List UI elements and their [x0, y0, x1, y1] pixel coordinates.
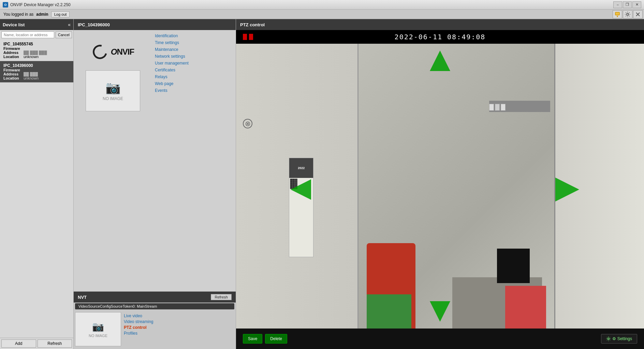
device-location: Location unknown — [3, 76, 70, 80]
nvt-links: Live video Video streaming PTZ control P… — [124, 312, 153, 346]
title-bar-left: O ONVIF Device Manager v2.2.250 — [3, 2, 71, 8]
svg-point-4 — [608, 338, 610, 340]
stream-token-bar: VideoSourceConfigSourceToken0: MainStrea… — [75, 303, 234, 309]
ptz-settings-button[interactable]: ⚙ Settings — [601, 334, 637, 344]
search-input[interactable] — [1, 31, 54, 38]
nvt-no-image-text: NO IMAGE — [89, 334, 107, 338]
add-device-button[interactable]: Add — [1, 339, 36, 348]
nav-maintenance[interactable]: Maintenance — [153, 46, 234, 53]
device-item[interactable]: IPC_104396000 Firmware Address ██ ███ Lo… — [0, 61, 73, 83]
username-label: admin — [36, 12, 48, 17]
device-firmware: Firmware — [3, 46, 70, 51]
nvt-title: NVT — [78, 295, 87, 300]
nav-identification[interactable]: Identification — [153, 33, 234, 39]
onvif-logo: ONVIF — [92, 44, 134, 60]
device-content: ONVIF 📷 NO IMAGE Identification Time set… — [74, 30, 236, 291]
timestamp: 2022-06-11 08:49:08 — [395, 33, 486, 41]
scene-monitor — [497, 249, 530, 283]
device-list: IPC_104555745 Firmware Address ██ ███ ██… — [0, 40, 73, 338]
close-icon[interactable] — [633, 10, 643, 18]
device-name: IPC_104396000 — [3, 63, 70, 68]
calendar-year: 2022 — [289, 158, 313, 178]
settings-gear-icon — [606, 336, 611, 341]
scene-red-boxes — [505, 286, 546, 329]
nav-time-settings[interactable]: Time settings — [153, 40, 234, 46]
shelf-item — [489, 104, 494, 111]
restore-button[interactable]: ❐ — [623, 1, 632, 8]
onvif-circle-logo — [92, 44, 108, 60]
settings-icon[interactable] — [623, 10, 632, 18]
no-signal-icon: ⊗ — [243, 119, 252, 128]
camera-overlay-top: 2022-06-11 08:49:08 — [236, 30, 644, 44]
svg-rect-1 — [616, 13, 619, 15]
rec-dot-2 — [249, 34, 253, 40]
nav-web-page[interactable]: Web page — [153, 81, 234, 87]
shelf-item — [495, 104, 500, 111]
scene-green-box — [367, 294, 412, 329]
close-button[interactable]: ✕ — [632, 1, 641, 8]
nvt-content: 📷 NO IMAGE Live video Video streaming PT… — [74, 309, 236, 349]
nvt-ptz-control[interactable]: PTZ control — [124, 325, 153, 330]
device-firmware: Firmware — [3, 68, 70, 72]
nav-links: Identification Time settings Maintenance… — [152, 30, 236, 291]
nvt-camera-icon: 📷 — [92, 321, 104, 332]
nvt-video-streaming[interactable]: Video streaming — [124, 319, 153, 324]
nav-relays[interactable]: Relays — [153, 74, 234, 80]
app-icon: O — [3, 2, 8, 8]
device-panel-title: IPC_104396000 — [78, 22, 110, 27]
device-address: Address ██ ███ ███ — [3, 51, 70, 55]
preset-buttons: Save Delete — [243, 334, 287, 344]
preset-delete-button[interactable]: Delete — [265, 334, 287, 344]
onvif-brand-text: ONVIF — [111, 47, 134, 57]
title-bar: O ONVIF Device Manager v2.2.250 − ❐ ✕ — [0, 0, 644, 10]
device-thumbnail: 📷 NO IMAGE — [86, 70, 140, 111]
logout-button[interactable]: Log out — [51, 11, 70, 17]
settings-label: ⚙ Settings — [612, 336, 632, 341]
device-address: Address ██ ███ — [3, 72, 70, 76]
shelf-item — [501, 104, 506, 111]
nvt-section: NVT Refresh VideoSourceConfigSourceToken… — [74, 291, 236, 349]
ptz-panel: PTZ control 2022-06-11 08:49:08 Zoom − + — [236, 19, 644, 349]
ptz-header: PTZ control — [236, 19, 644, 30]
sidebar-collapse-button[interactable]: « — [68, 22, 71, 27]
nav-user-management[interactable]: User management — [153, 60, 234, 66]
device-item[interactable]: IPC_104555745 Firmware Address ██ ███ ██… — [0, 40, 73, 61]
logo-area: ONVIF 📷 NO IMAGE — [74, 30, 152, 291]
notifications-icon[interactable] — [613, 10, 622, 18]
nvt-refresh-button[interactable]: Refresh — [211, 294, 232, 300]
rec-dot-1 — [243, 34, 247, 40]
refresh-devices-button[interactable]: Refresh — [38, 339, 72, 348]
sidebar-footer: Add Refresh — [0, 338, 73, 349]
nvt-thumbnail: 📷 NO IMAGE — [75, 312, 121, 346]
device-panel-header: IPC_104396000 — [74, 19, 236, 30]
device-name: IPC_104555745 — [3, 42, 70, 46]
nvt-profiles[interactable]: Profiles — [124, 331, 153, 336]
camera-bottom-bar: Save Delete ⚙ Settings — [236, 329, 644, 349]
window-controls: − ❐ ✕ — [613, 1, 641, 8]
ptz-title: PTZ control — [240, 22, 265, 27]
middle-panel: IPC_104396000 ONVIF 📷 NO IMAGE — [74, 19, 236, 349]
rec-indicator — [243, 34, 253, 40]
app-title: ONVIF Device Manager v2.2.250 — [10, 2, 71, 7]
nav-events[interactable]: Events — [153, 87, 234, 94]
scene-calendar: 2022 ██████████████████████████████ — [289, 158, 313, 257]
sidebar: Device list « Cancel IPC_104555745 Firmw… — [0, 19, 74, 349]
main-container: Device list « Cancel IPC_104555745 Firmw… — [0, 19, 644, 349]
device-location: Location unknown — [3, 55, 70, 59]
camera-scene: 2022 ██████████████████████████████ — [236, 44, 644, 329]
minimize-button[interactable]: − — [613, 1, 622, 8]
nav-network-settings[interactable]: Network settings — [153, 53, 234, 59]
sidebar-header: Device list « — [0, 19, 73, 30]
scene-shelf — [489, 101, 550, 112]
logged-in-text: You logged in as — [3, 12, 33, 17]
cancel-button[interactable]: Cancel — [56, 31, 72, 38]
shelf-items — [489, 104, 506, 111]
sidebar-search: Cancel — [0, 30, 73, 40]
preset-save-button[interactable]: Save — [243, 334, 262, 344]
stream-token-text: VideoSourceConfigSourceToken0: MainStrea… — [78, 304, 157, 308]
svg-point-2 — [617, 16, 618, 17]
nvt-header: NVT Refresh — [74, 292, 236, 303]
nvt-live-video[interactable]: Live video — [124, 313, 153, 318]
nav-certificates[interactable]: Certificates — [153, 67, 234, 73]
ptz-viewport: 2022-06-11 08:49:08 Zoom − + 2022 ██████… — [236, 30, 644, 349]
